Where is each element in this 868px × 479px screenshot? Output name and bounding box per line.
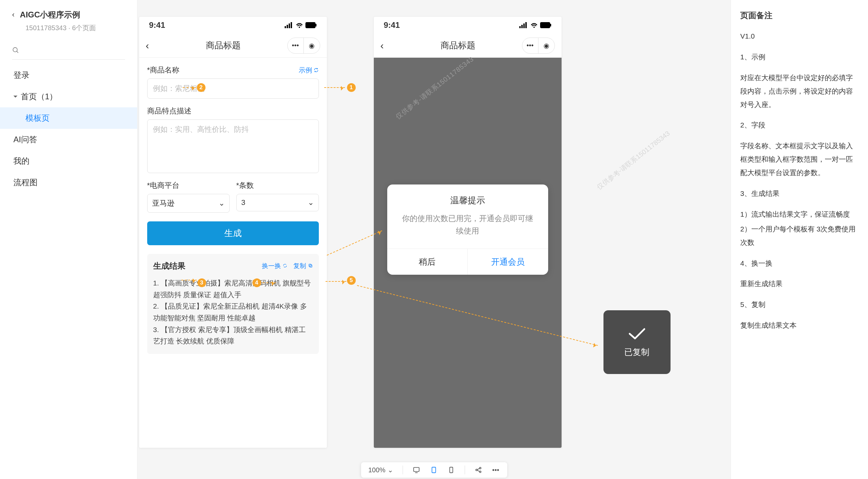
sidebar-item-login[interactable]: 登录 xyxy=(0,64,137,86)
notes-block: 5、复制 xyxy=(740,298,859,311)
result-title: 生成结果 xyxy=(153,261,185,271)
svg-point-15 xyxy=(533,27,535,28)
status-time: 9:41 xyxy=(149,21,165,30)
project-title: AIGC小程序示例 xyxy=(20,9,80,20)
generate-button[interactable]: 生成 xyxy=(147,221,319,245)
chevron-down-icon: ⌄ xyxy=(219,199,225,208)
battery-icon xyxy=(305,22,317,28)
sidebar-item-template[interactable]: 模板页 xyxy=(0,107,137,129)
notes-heading: 页面备注 xyxy=(740,10,859,21)
notes-block: 2）一个用户每个模板有 3次免费使用次数 xyxy=(740,222,859,249)
notes-block: 重新生成结果 xyxy=(740,277,859,291)
wifi-icon xyxy=(296,22,303,28)
separator xyxy=(465,466,465,474)
annotation-arrow xyxy=(326,281,346,282)
modal-message: 你的使用次数已用完，开通会员即可继续使用 xyxy=(387,212,548,248)
device-tablet-icon[interactable] xyxy=(430,466,438,474)
count-select[interactable]: 3⌄ xyxy=(236,194,319,211)
capsule-menu-icon[interactable]: ••• xyxy=(288,37,304,54)
toast-text: 已复制 xyxy=(624,347,649,358)
annotation-arrow xyxy=(181,280,197,280)
phone-navbar: ‹ 商品标题 ••• ◉ xyxy=(139,34,327,58)
capsule-close-icon[interactable]: ◉ xyxy=(538,37,555,54)
svg-rect-8 xyxy=(315,24,316,27)
product-name-input[interactable]: 例如：索尼相机 xyxy=(147,79,319,99)
checkmark-icon xyxy=(628,327,646,340)
nav-back-icon[interactable]: ‹ xyxy=(146,40,159,51)
platform-select[interactable]: 亚马逊⌄ xyxy=(147,194,230,213)
nav-back-icon[interactable]: ‹ xyxy=(380,40,394,51)
annotation-1: 1 xyxy=(347,83,356,92)
copy-icon xyxy=(308,263,313,268)
share-icon[interactable] xyxy=(474,466,483,474)
svg-rect-16 xyxy=(540,23,550,28)
status-icons xyxy=(285,22,317,28)
svg-rect-5 xyxy=(291,22,292,28)
signal-icon xyxy=(519,22,528,28)
svg-rect-10 xyxy=(309,264,311,266)
nav-title: 商品标题 xyxy=(159,39,287,51)
more-icon[interactable]: ••• xyxy=(492,466,500,474)
capsule-menu-icon[interactable]: ••• xyxy=(522,37,538,54)
bottom-toolbar: 100% ⌄ ••• xyxy=(361,462,507,478)
status-bar: 9:41 xyxy=(374,17,562,34)
svg-rect-11 xyxy=(519,26,521,28)
svg-rect-3 xyxy=(287,25,288,28)
sidebar-item-flow[interactable]: 流程图 xyxy=(0,172,137,193)
battery-icon xyxy=(540,22,552,28)
project-meta: 15011785343 · 6个页面 xyxy=(26,24,125,33)
sidebar-item-mine[interactable]: 我的 xyxy=(0,150,137,172)
result-card: 生成结果 换一换 复制 1. 【高画质专业拍摄】索尼高清数码相机 旗舰型号 超强… xyxy=(147,254,319,354)
nav-title: 商品标题 xyxy=(394,39,522,51)
annotation-arrow xyxy=(262,282,276,283)
upgrade-modal: 温馨提示 你的使用次数已用完，开通会员即可继续使用 稍后 开通会员 xyxy=(387,184,548,275)
notes-block: 4、换一换 xyxy=(740,257,859,270)
desc-textarea[interactable]: 例如：实用、高性价比、防抖 xyxy=(147,119,319,173)
platform-label: *电商平台 xyxy=(147,180,230,190)
status-bar: 9:41 xyxy=(139,17,327,34)
copy-link[interactable]: 复制 xyxy=(293,262,312,270)
result-text: 1. 【高画质专业拍摄】索尼高清数码相机 旗舰型号 超强防抖 质量保证 超值入手… xyxy=(153,277,313,347)
notes-panel: 页面备注 V1.0 1、示例 对应在大模型平台中设定好的必填字段内容，点击示例，… xyxy=(731,0,868,479)
search-input[interactable] xyxy=(12,43,125,60)
svg-rect-4 xyxy=(289,24,290,28)
annotation-arrow xyxy=(183,87,196,88)
capsule: ••• ◉ xyxy=(287,37,320,54)
svg-rect-13 xyxy=(523,24,525,28)
device-desktop-icon[interactable] xyxy=(412,466,421,474)
example-link[interactable]: 示例 xyxy=(299,66,319,75)
modal-title: 温馨提示 xyxy=(387,184,548,212)
phone-mock-modal: 9:41 ‹ 商品标题 ••• ◉ 仅供参考-请联系150 xyxy=(374,17,562,448)
count-label: *条数 xyxy=(236,180,319,190)
svg-rect-20 xyxy=(432,467,435,473)
swap-link[interactable]: 换一换 xyxy=(262,262,287,270)
search-icon xyxy=(12,47,20,54)
sidebar-item-ai[interactable]: AI问答 xyxy=(0,129,137,150)
svg-rect-18 xyxy=(413,468,419,472)
status-icons xyxy=(519,22,552,28)
design-canvas[interactable]: 9:41 ‹ 商品标题 ••• ◉ xyxy=(137,0,731,479)
signal-icon xyxy=(285,22,293,28)
capsule: ••• ◉ xyxy=(522,37,555,54)
sidebar-item-home[interactable]: 首页（1） xyxy=(0,86,137,107)
notes-block: 3、生成结果 xyxy=(740,187,859,200)
product-name-label: *商品名称 xyxy=(147,65,180,75)
notes-block: 2、字段 xyxy=(740,118,859,132)
zoom-control[interactable]: 100% ⌄ xyxy=(368,466,393,474)
svg-rect-2 xyxy=(285,26,286,28)
phone-navbar: ‹ 商品标题 ••• ◉ xyxy=(374,34,562,58)
capsule-close-icon[interactable]: ◉ xyxy=(304,37,320,54)
chevron-down-icon: ⌄ xyxy=(388,466,393,474)
device-phone-icon[interactable] xyxy=(447,466,455,474)
svg-rect-17 xyxy=(550,24,551,27)
copied-toast: 已复制 xyxy=(603,310,671,374)
svg-point-0 xyxy=(13,48,18,52)
back-icon[interactable]: ‹ xyxy=(12,10,14,19)
notes-block: 字段名称、文本框提示文字以及输入框类型和输入框字数范围，一对一匹配大模型平台设置… xyxy=(740,139,859,179)
refresh-icon xyxy=(313,67,319,73)
desc-label: 商品特点描述 xyxy=(147,106,319,116)
modal-later-button[interactable]: 稍后 xyxy=(387,249,468,275)
modal-upgrade-button[interactable]: 开通会员 xyxy=(468,249,548,275)
notes-version: V1.0 xyxy=(740,30,859,43)
annotation-3: 3 xyxy=(197,278,206,287)
